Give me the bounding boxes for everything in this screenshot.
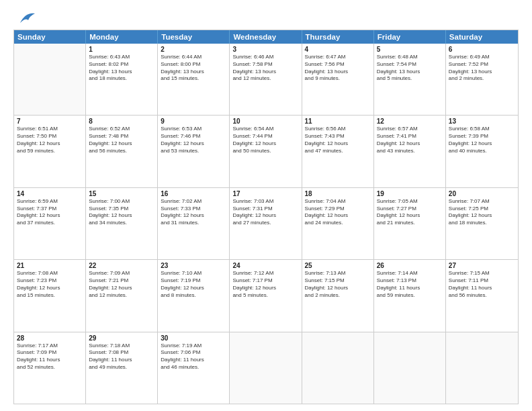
day-number: 24 (232, 262, 298, 269)
day-cell-22: 22Sunrise: 7:09 AM Sunset: 7:21 PM Dayli… (86, 260, 158, 331)
day-info: Sunrise: 6:59 AM Sunset: 7:37 PM Dayligh… (17, 198, 83, 227)
day-info: Sunrise: 6:43 AM Sunset: 8:02 PM Dayligh… (89, 54, 154, 83)
day-info: Sunrise: 6:52 AM Sunset: 7:48 PM Dayligh… (89, 126, 154, 154)
day-cell-18: 18Sunrise: 7:04 AM Sunset: 7:29 PM Dayli… (302, 188, 374, 259)
day-number: 10 (232, 118, 298, 125)
day-cell-8: 8Sunrise: 6:52 AM Sunset: 7:48 PM Daylig… (86, 116, 158, 187)
header-day-sunday: Sunday (14, 30, 86, 44)
day-number: 13 (449, 118, 515, 125)
calendar-row-5: 28Sunrise: 7:17 AM Sunset: 7:09 PM Dayli… (14, 332, 518, 404)
day-cell-5: 5Sunrise: 6:48 AM Sunset: 7:54 PM Daylig… (374, 44, 446, 115)
day-info: Sunrise: 7:08 AM Sunset: 7:23 PM Dayligh… (17, 270, 83, 299)
day-info: Sunrise: 7:03 AM Sunset: 7:31 PM Dayligh… (232, 198, 298, 227)
day-number: 21 (17, 262, 83, 269)
day-cell-26: 26Sunrise: 7:14 AM Sunset: 7:13 PM Dayli… (374, 260, 446, 331)
day-cell-14: 14Sunrise: 6:59 AM Sunset: 7:37 PM Dayli… (14, 188, 86, 259)
day-info: Sunrise: 7:04 AM Sunset: 7:29 PM Dayligh… (305, 198, 371, 227)
day-cell-15: 15Sunrise: 7:00 AM Sunset: 7:35 PM Dayli… (86, 188, 158, 259)
day-cell-empty (374, 332, 446, 404)
header (13, 11, 519, 23)
day-number: 12 (377, 118, 443, 125)
calendar-row-2: 7Sunrise: 6:51 AM Sunset: 7:50 PM Daylig… (14, 116, 518, 187)
day-cell-empty (230, 332, 302, 404)
day-info: Sunrise: 7:12 AM Sunset: 7:17 PM Dayligh… (232, 270, 298, 299)
day-cell-24: 24Sunrise: 7:12 AM Sunset: 7:17 PM Dayli… (230, 260, 302, 331)
day-cell-2: 2Sunrise: 6:44 AM Sunset: 8:00 PM Daylig… (158, 44, 230, 115)
day-info: Sunrise: 7:00 AM Sunset: 7:35 PM Dayligh… (89, 198, 154, 227)
day-cell-empty (302, 332, 374, 404)
header-day-monday: Monday (86, 30, 158, 44)
day-number: 19 (377, 190, 443, 197)
day-number: 18 (305, 190, 371, 197)
day-info: Sunrise: 7:13 AM Sunset: 7:15 PM Dayligh… (305, 270, 371, 299)
day-cell-empty (14, 44, 86, 115)
header-day-friday: Friday (374, 30, 446, 44)
day-info: Sunrise: 7:14 AM Sunset: 7:13 PM Dayligh… (377, 270, 443, 299)
day-cell-6: 6Sunrise: 6:49 AM Sunset: 7:52 PM Daylig… (446, 44, 518, 115)
day-cell-9: 9Sunrise: 6:53 AM Sunset: 7:46 PM Daylig… (158, 116, 230, 187)
day-cell-12: 12Sunrise: 6:57 AM Sunset: 7:41 PM Dayli… (374, 116, 446, 187)
day-cell-29: 29Sunrise: 7:18 AM Sunset: 7:08 PM Dayli… (86, 332, 158, 404)
page: SundayMondayTuesdayWednesdayThursdayFrid… (0, 0, 532, 411)
day-cell-1: 1Sunrise: 6:43 AM Sunset: 8:02 PM Daylig… (86, 44, 158, 115)
day-info: Sunrise: 7:19 AM Sunset: 7:06 PM Dayligh… (161, 342, 226, 371)
calendar: SundayMondayTuesdayWednesdayThursdayFrid… (13, 30, 519, 404)
day-cell-27: 27Sunrise: 7:15 AM Sunset: 7:11 PM Dayli… (446, 260, 518, 331)
day-info: Sunrise: 6:44 AM Sunset: 8:00 PM Dayligh… (161, 54, 226, 83)
day-cell-21: 21Sunrise: 7:08 AM Sunset: 7:23 PM Dayli… (14, 260, 86, 331)
calendar-row-3: 14Sunrise: 6:59 AM Sunset: 7:37 PM Dayli… (14, 188, 518, 260)
day-cell-28: 28Sunrise: 7:17 AM Sunset: 7:09 PM Dayli… (14, 332, 86, 404)
day-info: Sunrise: 6:46 AM Sunset: 7:58 PM Dayligh… (232, 54, 298, 83)
logo-bird-icon (15, 11, 36, 26)
day-info: Sunrise: 6:57 AM Sunset: 7:41 PM Dayligh… (377, 126, 443, 154)
day-number: 17 (232, 190, 298, 197)
calendar-row-1: 1Sunrise: 6:43 AM Sunset: 8:02 PM Daylig… (14, 44, 518, 116)
day-info: Sunrise: 6:54 AM Sunset: 7:44 PM Dayligh… (232, 126, 298, 154)
day-number: 2 (161, 46, 226, 53)
day-info: Sunrise: 6:58 AM Sunset: 7:39 PM Dayligh… (449, 126, 515, 154)
day-cell-17: 17Sunrise: 7:03 AM Sunset: 7:31 PM Dayli… (230, 188, 302, 259)
day-number: 25 (305, 262, 371, 269)
day-number: 5 (377, 46, 443, 53)
day-info: Sunrise: 6:48 AM Sunset: 7:54 PM Dayligh… (377, 54, 443, 83)
day-info: Sunrise: 6:53 AM Sunset: 7:46 PM Dayligh… (161, 126, 226, 154)
day-info: Sunrise: 7:05 AM Sunset: 7:27 PM Dayligh… (377, 198, 443, 227)
day-info: Sunrise: 6:56 AM Sunset: 7:43 PM Dayligh… (305, 126, 371, 154)
calendar-row-4: 21Sunrise: 7:08 AM Sunset: 7:23 PM Dayli… (14, 260, 518, 332)
day-cell-16: 16Sunrise: 7:02 AM Sunset: 7:33 PM Dayli… (158, 188, 230, 259)
day-number: 16 (161, 190, 226, 197)
header-day-wednesday: Wednesday (230, 30, 302, 44)
day-info: Sunrise: 7:18 AM Sunset: 7:08 PM Dayligh… (89, 342, 154, 371)
day-cell-4: 4Sunrise: 6:47 AM Sunset: 7:56 PM Daylig… (302, 44, 374, 115)
calendar-body: 1Sunrise: 6:43 AM Sunset: 8:02 PM Daylig… (14, 44, 518, 404)
day-cell-11: 11Sunrise: 6:56 AM Sunset: 7:43 PM Dayli… (302, 116, 374, 187)
header-day-thursday: Thursday (302, 30, 374, 44)
header-day-saturday: Saturday (446, 30, 518, 44)
day-cell-13: 13Sunrise: 6:58 AM Sunset: 7:39 PM Dayli… (446, 116, 518, 187)
day-info: Sunrise: 7:09 AM Sunset: 7:21 PM Dayligh… (89, 270, 154, 299)
day-number: 3 (232, 46, 298, 53)
day-number: 4 (305, 46, 371, 53)
day-info: Sunrise: 7:17 AM Sunset: 7:09 PM Dayligh… (17, 342, 83, 371)
day-number: 28 (17, 334, 83, 342)
day-number: 29 (89, 334, 154, 342)
day-number: 11 (305, 118, 371, 125)
day-number: 9 (161, 118, 226, 125)
day-info: Sunrise: 7:02 AM Sunset: 7:33 PM Dayligh… (161, 198, 226, 227)
day-number: 27 (449, 262, 515, 269)
day-number: 1 (89, 46, 154, 53)
day-number: 26 (377, 262, 443, 269)
day-number: 6 (449, 46, 515, 53)
day-info: Sunrise: 7:10 AM Sunset: 7:19 PM Dayligh… (161, 270, 226, 299)
day-number: 14 (17, 190, 83, 197)
day-info: Sunrise: 6:47 AM Sunset: 7:56 PM Dayligh… (305, 54, 371, 83)
day-number: 20 (449, 190, 515, 197)
logo (13, 11, 36, 23)
day-cell-20: 20Sunrise: 7:07 AM Sunset: 7:25 PM Dayli… (446, 188, 518, 259)
day-info: Sunrise: 6:51 AM Sunset: 7:50 PM Dayligh… (17, 126, 83, 154)
day-number: 8 (89, 118, 154, 125)
day-info: Sunrise: 7:15 AM Sunset: 7:11 PM Dayligh… (449, 270, 515, 299)
header-day-tuesday: Tuesday (158, 30, 230, 44)
day-cell-empty (446, 332, 518, 404)
day-cell-19: 19Sunrise: 7:05 AM Sunset: 7:27 PM Dayli… (374, 188, 446, 259)
